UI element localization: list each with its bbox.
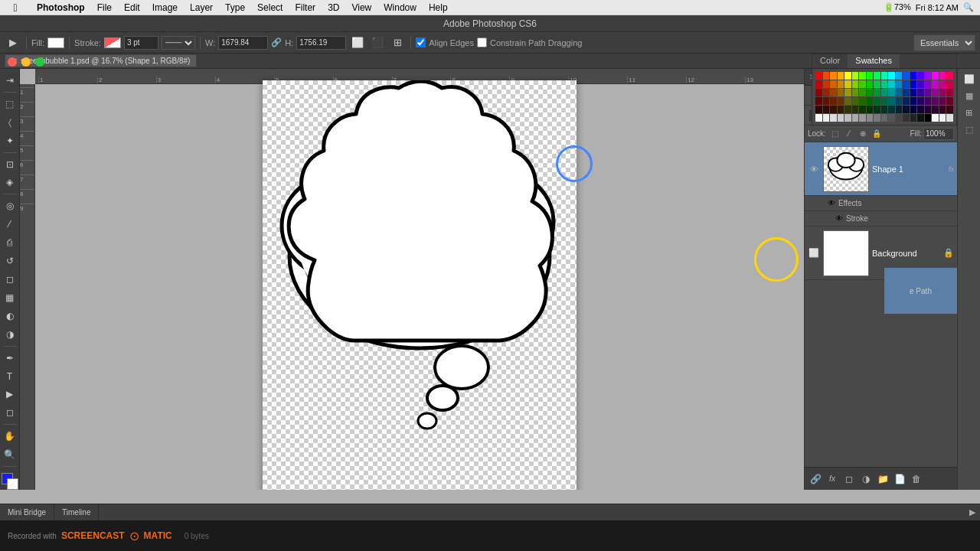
swatch-cell[interactable] <box>932 106 939 113</box>
swatch-cell[interactable] <box>823 72 830 80</box>
h-value-input[interactable] <box>296 36 346 50</box>
panel-icon-2[interactable]: ▦ <box>961 87 978 104</box>
swatch-cell[interactable] <box>932 114 939 122</box>
swatch-cell[interactable] <box>903 89 910 96</box>
panel-icon-3[interactable]: ⊞ <box>961 104 978 121</box>
swatch-cell[interactable] <box>925 97 932 105</box>
swatch-cell[interactable] <box>903 114 910 122</box>
swatch-cell[interactable] <box>830 80 837 88</box>
swatch-cell[interactable] <box>867 89 874 96</box>
swatch-cell[interactable] <box>903 106 910 113</box>
swatch-cell[interactable] <box>859 72 866 80</box>
swatch-cell[interactable] <box>859 114 866 122</box>
swatch-cell[interactable] <box>910 97 917 105</box>
swatch-cell[interactable] <box>881 106 888 113</box>
swatch-cell[interactable] <box>896 72 903 80</box>
align-edges-checkbox[interactable] <box>416 37 426 47</box>
zoom-tool-icon[interactable]: 🔍 <box>2 446 18 463</box>
swatch-cell[interactable] <box>852 80 859 88</box>
history-brush-icon[interactable]: ↺ <box>2 253 18 269</box>
swatch-cell[interactable] <box>946 89 953 96</box>
swatch-cell[interactable] <box>888 106 895 113</box>
swatch-cell[interactable] <box>859 89 866 96</box>
swatch-cell[interactable] <box>867 97 874 105</box>
canvas-document[interactable] <box>263 80 577 490</box>
swatch-cell[interactable] <box>874 80 880 88</box>
gradient-tool-icon[interactable]: ▦ <box>2 289 18 306</box>
swatch-cell[interactable] <box>917 89 924 96</box>
layer-fx-button[interactable]: fx <box>825 471 840 487</box>
swatch-cell[interactable] <box>830 114 837 122</box>
dodge-tool-icon[interactable]: ◑ <box>2 326 18 343</box>
type-tool-icon[interactable]: T <box>2 368 18 385</box>
panel-icon-1[interactable]: ⬜ <box>961 70 978 87</box>
minimize-button[interactable] <box>21 57 31 67</box>
swatch-cell[interactable] <box>881 80 888 88</box>
swatch-cell[interactable] <box>867 80 874 88</box>
stroke-width-input[interactable] <box>124 36 158 50</box>
swatch-cell[interactable] <box>932 89 939 96</box>
stroke-type-select[interactable]: ─── <box>162 36 195 50</box>
swatch-cell[interactable] <box>903 97 910 105</box>
stroke-eye-icon[interactable]: 👁 <box>835 214 843 223</box>
lock-transparency-icon[interactable]: ⬚ <box>829 128 841 140</box>
menu-window[interactable]: Window <box>377 2 423 13</box>
swatch-cell[interactable] <box>939 97 946 105</box>
swatch-cell[interactable] <box>874 106 880 113</box>
lock-all-icon[interactable]: 🔒 <box>871 128 883 140</box>
brush-tool-icon[interactable]: ∕ <box>2 216 18 233</box>
swatch-cell[interactable] <box>881 97 888 105</box>
menu-edit[interactable]: Edit <box>118 2 146 13</box>
swatch-cell[interactable] <box>917 80 924 88</box>
swatch-cell[interactable] <box>917 106 924 113</box>
swatch-cell[interactable] <box>823 114 830 122</box>
timeline-tab[interactable]: Timeline <box>54 504 99 520</box>
close-button[interactable] <box>8 57 17 67</box>
magic-wand-icon[interactable]: ✦ <box>2 132 18 149</box>
swatch-cell[interactable] <box>852 106 859 113</box>
swatch-cell[interactable] <box>925 106 932 113</box>
fill-input[interactable] <box>923 128 954 140</box>
align-top-icon[interactable]: ⬛ <box>369 34 386 51</box>
swatch-cell[interactable] <box>946 114 953 122</box>
swatch-cell[interactable] <box>888 72 895 80</box>
path-select-icon[interactable]: ▶ <box>2 386 18 403</box>
search-menu-icon[interactable]: 🔍 <box>963 2 974 12</box>
swatch-cell[interactable] <box>852 89 859 96</box>
eyedropper-icon[interactable]: ◈ <box>2 174 18 191</box>
background-color[interactable] <box>7 478 18 490</box>
add-layer-icon[interactable]: 📄 <box>892 471 907 487</box>
layer-fx-icon[interactable]: fx <box>949 165 954 173</box>
hand-tool-icon[interactable]: ✋ <box>2 428 18 445</box>
layer-link-icon[interactable]: 🔗 <box>808 471 823 487</box>
lock-position-icon[interactable]: ⊕ <box>857 128 869 140</box>
swatch-cell[interactable] <box>823 106 830 113</box>
swatch-cell[interactable] <box>852 97 859 105</box>
add-mask-icon[interactable]: ◻ <box>841 471 857 487</box>
swatch-cell[interactable] <box>932 97 939 105</box>
move-tool-icon[interactable]: ⇥ <box>2 72 18 89</box>
blur-tool-icon[interactable]: ◐ <box>2 308 18 324</box>
panel-icon-4[interactable]: ⬚ <box>961 121 978 138</box>
layer-visibility-background[interactable]: ⬜ <box>808 248 820 258</box>
swatch-cell[interactable] <box>815 106 822 113</box>
swatch-cell[interactable] <box>946 72 953 80</box>
swatch-cell[interactable] <box>852 114 859 122</box>
swatch-cell[interactable] <box>939 114 946 122</box>
pen-tool-icon[interactable]: ✒ <box>2 350 18 367</box>
swatch-cell[interactable] <box>881 72 888 80</box>
maximize-button[interactable] <box>35 57 44 67</box>
swatch-cell[interactable] <box>896 97 903 105</box>
menu-image[interactable]: Image <box>146 2 184 13</box>
swatch-cell[interactable] <box>838 97 844 105</box>
clone-stamp-icon[interactable]: ⎙ <box>2 234 18 251</box>
swatch-cell[interactable] <box>888 80 895 88</box>
add-adjustment-icon[interactable]: ◑ <box>858 471 874 487</box>
essentials-select[interactable]: Essentials <box>913 34 975 51</box>
color-swatches-fg-bg[interactable] <box>2 473 18 490</box>
effects-eye-icon[interactable]: 👁 <box>828 199 835 207</box>
crop-tool-icon[interactable]: ⊡ <box>2 156 18 173</box>
swatch-cell[interactable] <box>939 89 946 96</box>
swatch-cell[interactable] <box>925 72 932 80</box>
swatch-cell[interactable] <box>815 89 822 96</box>
